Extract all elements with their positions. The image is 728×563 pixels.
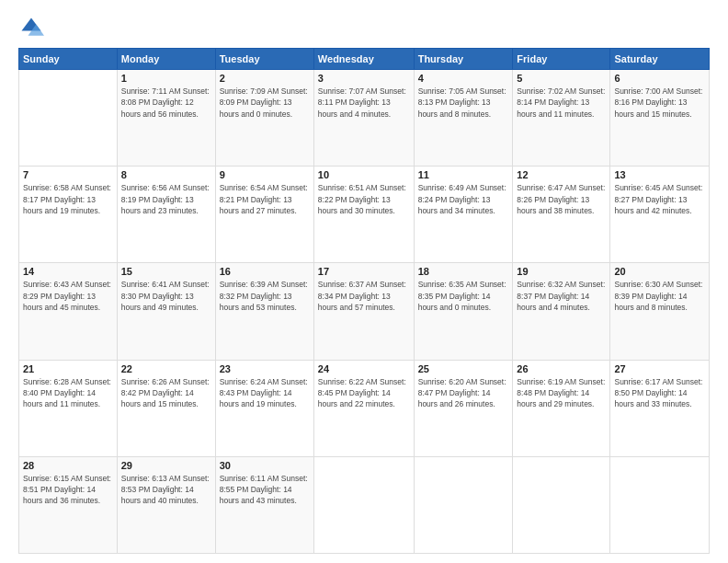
day-number: 26 [517, 363, 606, 374]
calendar-cell: 7Sunrise: 6:58 AM Sunset: 8:17 PM Daylig… [19, 167, 118, 263]
day-info: Sunrise: 7:09 AM Sunset: 8:09 PM Dayligh… [220, 86, 310, 120]
day-header-wednesday: Wednesday [313, 49, 414, 70]
day-info: Sunrise: 6:28 AM Sunset: 8:40 PM Dayligh… [23, 376, 113, 410]
day-header-friday: Friday [513, 49, 610, 70]
calendar-cell [313, 456, 414, 553]
calendar-cell: 21Sunrise: 6:28 AM Sunset: 8:40 PM Dayli… [19, 360, 118, 456]
page: SundayMondayTuesdayWednesdayThursdayFrid… [0, 0, 728, 563]
calendar-cell: 16Sunrise: 6:39 AM Sunset: 8:32 PM Dayli… [215, 263, 313, 360]
calendar-table: SundayMondayTuesdayWednesdayThursdayFrid… [18, 48, 710, 554]
day-number: 20 [614, 266, 705, 277]
day-info: Sunrise: 6:19 AM Sunset: 8:48 PM Dayligh… [517, 376, 606, 410]
calendar-cell: 9Sunrise: 6:54 AM Sunset: 8:21 PM Daylig… [215, 167, 313, 263]
calendar-cell: 25Sunrise: 6:20 AM Sunset: 8:47 PM Dayli… [414, 360, 513, 456]
calendar-cell: 22Sunrise: 6:26 AM Sunset: 8:42 PM Dayli… [117, 360, 215, 456]
calendar-cell: 13Sunrise: 6:45 AM Sunset: 8:27 PM Dayli… [610, 167, 710, 263]
day-number: 25 [418, 363, 509, 374]
day-info: Sunrise: 6:26 AM Sunset: 8:42 PM Dayligh… [121, 376, 211, 410]
day-number: 7 [23, 169, 113, 180]
day-number: 30 [220, 460, 310, 471]
day-number: 3 [318, 73, 410, 84]
day-number: 19 [517, 266, 606, 277]
calendar-cell: 20Sunrise: 6:30 AM Sunset: 8:39 PM Dayli… [610, 263, 710, 360]
calendar-cell: 29Sunrise: 6:13 AM Sunset: 8:53 PM Dayli… [117, 456, 215, 553]
day-number: 12 [517, 169, 606, 180]
day-info: Sunrise: 6:17 AM Sunset: 8:50 PM Dayligh… [614, 376, 705, 410]
calendar-cell: 6Sunrise: 7:00 AM Sunset: 8:16 PM Daylig… [610, 70, 710, 167]
day-number: 16 [220, 266, 310, 277]
day-info: Sunrise: 6:56 AM Sunset: 8:19 PM Dayligh… [121, 182, 211, 216]
calendar-cell: 30Sunrise: 6:11 AM Sunset: 8:55 PM Dayli… [215, 456, 313, 553]
day-number: 1 [121, 73, 211, 84]
day-info: Sunrise: 7:11 AM Sunset: 8:08 PM Dayligh… [121, 86, 211, 120]
day-info: Sunrise: 6:24 AM Sunset: 8:43 PM Dayligh… [220, 376, 310, 410]
day-info: Sunrise: 6:11 AM Sunset: 8:55 PM Dayligh… [220, 473, 310, 507]
day-info: Sunrise: 6:20 AM Sunset: 8:47 PM Dayligh… [418, 376, 509, 410]
day-info: Sunrise: 6:41 AM Sunset: 8:30 PM Dayligh… [121, 279, 211, 313]
calendar-cell: 10Sunrise: 6:51 AM Sunset: 8:22 PM Dayli… [313, 167, 414, 263]
week-row-4: 21Sunrise: 6:28 AM Sunset: 8:40 PM Dayli… [19, 360, 710, 456]
day-number: 27 [614, 363, 705, 374]
calendar-cell: 23Sunrise: 6:24 AM Sunset: 8:43 PM Dayli… [215, 360, 313, 456]
calendar-cell: 26Sunrise: 6:19 AM Sunset: 8:48 PM Dayli… [513, 360, 610, 456]
day-number: 24 [318, 363, 410, 374]
logo-icon [18, 15, 44, 40]
day-number: 5 [517, 73, 606, 84]
calendar-cell: 17Sunrise: 6:37 AM Sunset: 8:34 PM Dayli… [313, 263, 414, 360]
day-number: 18 [418, 266, 509, 277]
day-number: 23 [220, 363, 310, 374]
day-info: Sunrise: 6:47 AM Sunset: 8:26 PM Dayligh… [517, 182, 606, 216]
day-header-sunday: Sunday [19, 49, 118, 70]
day-number: 11 [418, 169, 509, 180]
week-row-5: 28Sunrise: 6:15 AM Sunset: 8:51 PM Dayli… [19, 456, 710, 553]
calendar-cell: 27Sunrise: 6:17 AM Sunset: 8:50 PM Dayli… [610, 360, 710, 456]
day-number: 21 [23, 363, 113, 374]
calendar-cell [414, 456, 513, 553]
calendar-cell: 18Sunrise: 6:35 AM Sunset: 8:35 PM Dayli… [414, 263, 513, 360]
day-info: Sunrise: 6:49 AM Sunset: 8:24 PM Dayligh… [418, 182, 509, 216]
day-number: 13 [614, 169, 705, 180]
calendar-cell: 4Sunrise: 7:05 AM Sunset: 8:13 PM Daylig… [414, 70, 513, 167]
day-number: 15 [121, 266, 211, 277]
day-number: 9 [220, 169, 310, 180]
day-number: 17 [318, 266, 410, 277]
header [18, 15, 710, 40]
day-info: Sunrise: 6:15 AM Sunset: 8:51 PM Dayligh… [23, 473, 113, 507]
calendar-cell: 3Sunrise: 7:07 AM Sunset: 8:11 PM Daylig… [313, 70, 414, 167]
day-info: Sunrise: 6:32 AM Sunset: 8:37 PM Dayligh… [517, 279, 606, 313]
day-header-thursday: Thursday [414, 49, 513, 70]
day-info: Sunrise: 7:02 AM Sunset: 8:14 PM Dayligh… [517, 86, 606, 120]
day-info: Sunrise: 6:58 AM Sunset: 8:17 PM Dayligh… [23, 182, 113, 216]
day-number: 28 [23, 460, 113, 471]
calendar-cell [610, 456, 710, 553]
day-header-row: SundayMondayTuesdayWednesdayThursdayFrid… [19, 49, 710, 70]
calendar-cell: 8Sunrise: 6:56 AM Sunset: 8:19 PM Daylig… [117, 167, 215, 263]
day-info: Sunrise: 6:13 AM Sunset: 8:53 PM Dayligh… [121, 473, 211, 507]
day-number: 22 [121, 363, 211, 374]
day-number: 8 [121, 169, 211, 180]
calendar-header: SundayMondayTuesdayWednesdayThursdayFrid… [19, 49, 710, 70]
day-header-saturday: Saturday [610, 49, 710, 70]
week-row-1: 1Sunrise: 7:11 AM Sunset: 8:08 PM Daylig… [19, 70, 710, 167]
calendar-cell: 2Sunrise: 7:09 AM Sunset: 8:09 PM Daylig… [215, 70, 313, 167]
day-info: Sunrise: 6:45 AM Sunset: 8:27 PM Dayligh… [614, 182, 705, 216]
calendar-cell [513, 456, 610, 553]
week-row-3: 14Sunrise: 6:43 AM Sunset: 8:29 PM Dayli… [19, 263, 710, 360]
day-info: Sunrise: 6:30 AM Sunset: 8:39 PM Dayligh… [614, 279, 705, 313]
calendar-cell: 1Sunrise: 7:11 AM Sunset: 8:08 PM Daylig… [117, 70, 215, 167]
day-number: 6 [614, 73, 705, 84]
day-number: 14 [23, 266, 113, 277]
day-info: Sunrise: 6:22 AM Sunset: 8:45 PM Dayligh… [318, 376, 410, 410]
calendar-body: 1Sunrise: 7:11 AM Sunset: 8:08 PM Daylig… [19, 70, 710, 554]
calendar-cell: 11Sunrise: 6:49 AM Sunset: 8:24 PM Dayli… [414, 167, 513, 263]
calendar-cell: 5Sunrise: 7:02 AM Sunset: 8:14 PM Daylig… [513, 70, 610, 167]
calendar-cell: 12Sunrise: 6:47 AM Sunset: 8:26 PM Dayli… [513, 167, 610, 263]
calendar-cell: 15Sunrise: 6:41 AM Sunset: 8:30 PM Dayli… [117, 263, 215, 360]
day-number: 2 [220, 73, 310, 84]
calendar-cell [19, 70, 118, 167]
day-number: 29 [121, 460, 211, 471]
day-info: Sunrise: 6:35 AM Sunset: 8:35 PM Dayligh… [418, 279, 509, 313]
day-header-tuesday: Tuesday [215, 49, 313, 70]
calendar-cell: 19Sunrise: 6:32 AM Sunset: 8:37 PM Dayli… [513, 263, 610, 360]
logo [18, 15, 48, 40]
